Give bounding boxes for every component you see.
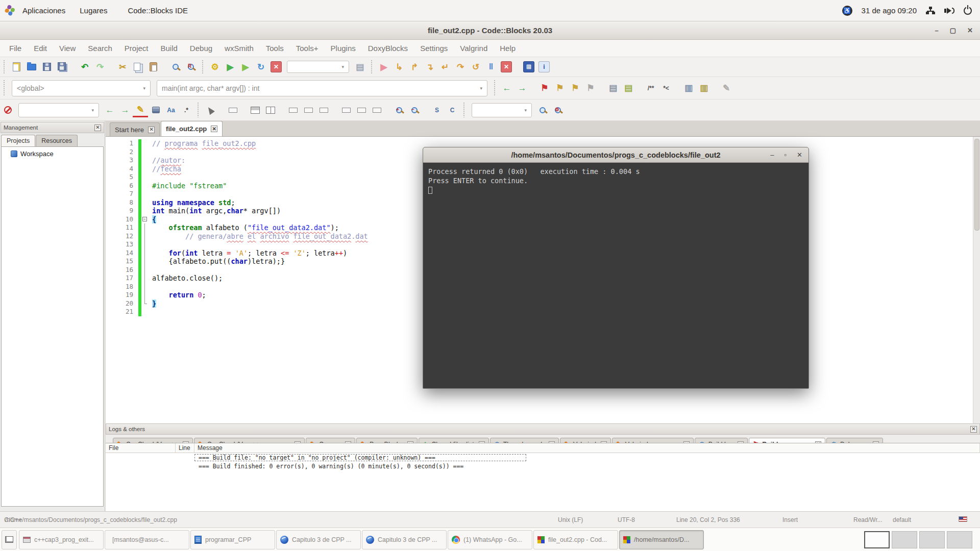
build-and-run-icon[interactable]: ▶	[238, 60, 253, 74]
zoom-out-icon[interactable]: −	[407, 103, 422, 117]
places-menu[interactable]: Lugares	[72, 0, 114, 21]
menu-valgrind[interactable]: Valgrind	[454, 44, 494, 53]
undo-icon[interactable]: ↶	[77, 60, 92, 74]
taskbar-button[interactable]: Capitulo 3 de CPP ...	[276, 530, 361, 549]
stop-debugger-icon[interactable]: ✕	[501, 61, 512, 72]
edit-pencil-icon[interactable]: ✎	[719, 81, 734, 95]
accessibility-icon[interactable]: ♿	[842, 6, 852, 16]
fold-margin[interactable]	[141, 291, 149, 299]
chevron-down-icon[interactable]: ▾	[337, 64, 344, 69]
terminal-maximize-button[interactable]: ▫	[784, 151, 787, 159]
line-number[interactable]: 17	[106, 274, 138, 283]
maximize-button[interactable]: ▢	[950, 27, 956, 34]
clear-bookmarks-icon[interactable]: ⚑	[583, 81, 598, 95]
goto-prev-function-icon[interactable]: ←	[499, 81, 514, 95]
fold-margin[interactable]	[141, 173, 149, 182]
selected-text-only-icon[interactable]	[148, 103, 163, 117]
build-icon[interactable]: ⚙	[207, 60, 223, 74]
new-file-icon[interactable]	[9, 60, 24, 74]
toolbar-grip[interactable]	[462, 103, 467, 117]
build-message-row[interactable]: === Build finished: 0 error(s), 0 warnin…	[106, 462, 980, 470]
editor-tab-file-out2-cpp[interactable]: file_out2.cpp✕	[161, 121, 223, 136]
line-number[interactable]: 16	[106, 266, 138, 274]
line-number[interactable]: 15	[106, 257, 138, 266]
window-list-button[interactable]	[2, 530, 17, 549]
fold-collapse-icon[interactable]: −	[142, 217, 147, 221]
redo-icon[interactable]: ↷	[92, 60, 108, 74]
fold-margin[interactable]	[141, 257, 149, 266]
toolbar-grip[interactable]	[201, 60, 205, 74]
toolbar-grip[interactable]	[2, 60, 7, 74]
workspace-4[interactable]	[947, 531, 972, 548]
line-number[interactable]: 5	[106, 173, 138, 182]
wxsmith-gridsizer-icon[interactable]	[316, 103, 331, 117]
workspace-2[interactable]	[892, 531, 917, 548]
workspace-1[interactable]	[864, 531, 890, 548]
taskbar-button[interactable]: /home/msantos/D...	[619, 530, 704, 549]
doxy-view-icon[interactable]: ▤	[621, 81, 636, 95]
goto-next-function-icon[interactable]: →	[514, 81, 530, 95]
wxsmith-frame-icon[interactable]	[225, 103, 240, 117]
prev-bookmark-icon[interactable]: ⚑	[552, 81, 568, 95]
management-close-icon[interactable]: ✕	[94, 124, 101, 131]
line-number[interactable]: 3	[106, 156, 138, 165]
find-icon[interactable]	[168, 60, 183, 74]
step-into-icon[interactable]: ↴	[422, 60, 437, 74]
fold-margin[interactable]	[141, 240, 149, 249]
wxsmith-splitter-icon[interactable]	[263, 103, 278, 117]
toolbar-grip[interactable]	[2, 80, 7, 95]
threadsearch-combo[interactable]: ▾	[472, 103, 532, 117]
rebuild-icon[interactable]: ↻	[253, 60, 268, 74]
line-number[interactable]: 11	[106, 223, 138, 232]
search-next-icon[interactable]: →	[117, 103, 133, 117]
line-number[interactable]: 10	[106, 215, 138, 224]
search-in-files-icon[interactable]	[535, 103, 550, 117]
line-number[interactable]: 4	[106, 165, 138, 173]
taskbar-button[interactable]: (1) WhatsApp - Go...	[448, 530, 532, 549]
abort-build-icon[interactable]: ✕	[271, 61, 282, 72]
column-header-file[interactable]: File	[106, 443, 176, 453]
menu-toolsplus[interactable]: Tools+	[290, 44, 325, 53]
network-icon[interactable]	[926, 7, 935, 15]
compiler-options-icon[interactable]: ▤	[352, 60, 368, 74]
taskbar-button[interactable]: c++cap3_prog_exit...	[19, 530, 104, 549]
fold-margin[interactable]	[141, 232, 149, 241]
distro-logo-icon[interactable]	[4, 4, 17, 17]
highlight-occurrences-icon[interactable]: ✎	[133, 103, 148, 117]
line-number[interactable]: 14	[106, 249, 138, 258]
line-number[interactable]: 6	[106, 182, 138, 190]
menu-help[interactable]: Help	[494, 44, 522, 53]
menu-tools[interactable]: Tools	[260, 44, 290, 53]
fold-margin[interactable]	[141, 299, 149, 308]
step-into-instruction-icon[interactable]: ↺	[468, 60, 483, 74]
run-to-cursor-icon[interactable]: ↳	[391, 60, 407, 74]
doxy-line-comment-icon[interactable]: *<	[658, 81, 674, 95]
wxsmith-book-icon[interactable]	[369, 103, 384, 117]
wxsmith-grid-icon[interactable]	[248, 103, 263, 117]
menu-doxyblocks[interactable]: DoxyBlocks	[362, 44, 414, 53]
fold-margin[interactable]	[141, 223, 149, 232]
menu-project[interactable]: Project	[118, 44, 155, 53]
doxy-run-icon[interactable]: ▥	[681, 81, 696, 95]
wxsmith-vsizer-icon[interactable]	[301, 103, 316, 117]
terminal-close-button[interactable]: ✕	[797, 151, 802, 159]
regex-icon[interactable]: .*	[179, 103, 194, 117]
terminal-titlebar[interactable]: /home/msantos/Documentos/progs_c_codeblo…	[423, 147, 808, 163]
paste-icon[interactable]	[145, 60, 161, 74]
search-prev-icon[interactable]: ←	[102, 103, 117, 117]
wxsmith-notebook-icon[interactable]	[354, 103, 369, 117]
tab-close-icon[interactable]: ✕	[211, 126, 217, 132]
next-line-icon[interactable]: ↱	[407, 60, 422, 74]
taskbar-button[interactable]: Capitulo 3 de CPP ...	[362, 530, 447, 549]
toolbar-grip[interactable]	[493, 80, 497, 95]
save-all-icon[interactable]	[55, 60, 70, 74]
clock[interactable]: 31 de ago 09:20	[862, 6, 917, 15]
chevron-down-icon[interactable]: ▾	[139, 86, 145, 91]
line-number[interactable]: 12	[106, 232, 138, 241]
keyboard-layout-flag-icon[interactable]	[959, 516, 967, 522]
toolbar-grip[interactable]	[196, 103, 201, 117]
menu-debug[interactable]: Debug	[184, 44, 218, 53]
workspace-3[interactable]	[919, 531, 945, 548]
copy-icon[interactable]	[130, 60, 145, 74]
program-console-window[interactable]: /home/msantos/Documentos/progs_c_codeblo…	[423, 147, 809, 389]
